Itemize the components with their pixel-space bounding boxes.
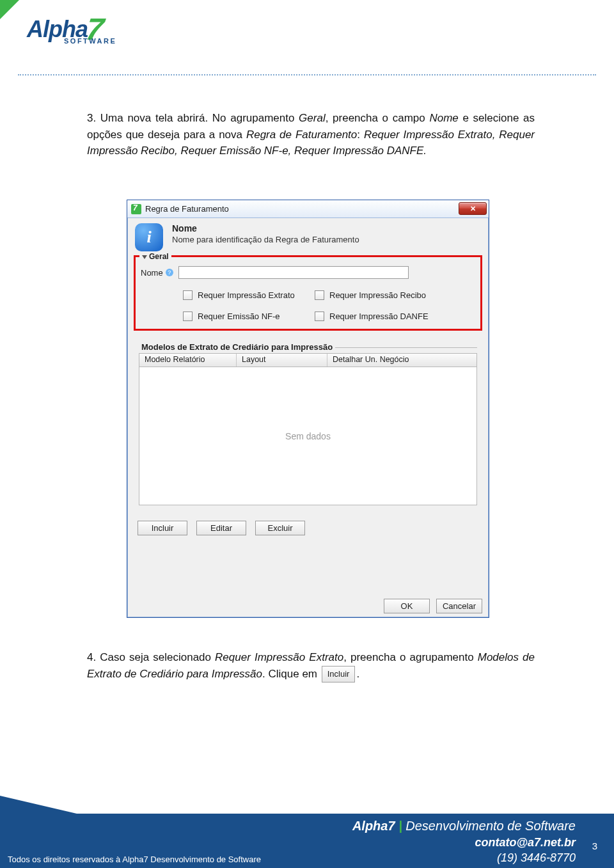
nome-input[interactable] xyxy=(178,266,409,279)
footer-copyright: Todos os direitos reservados à Alpha7 De… xyxy=(8,855,261,864)
info-description: Nome para identificação da Regra de Fatu… xyxy=(172,235,359,244)
close-button[interactable]: ✕ xyxy=(459,202,487,215)
dialog-title: Regra de Faturamento xyxy=(145,204,459,214)
footer-email: contato@a7.net.br xyxy=(352,835,576,850)
checkbox-requer-extrato[interactable]: Requer Impressão Extrato xyxy=(183,290,315,300)
step-3-text: 3. Uma nova tela abrirá. No agrupamento … xyxy=(87,110,535,159)
info-bar: Nome Nome para identificação da Regra de… xyxy=(135,223,482,251)
footer-company-line: Alpha7 | Desenvolvimento de Software xyxy=(352,817,576,835)
table-body-empty: Sem dados xyxy=(139,367,477,505)
checkbox-requer-danfe[interactable]: Requer Impressão DANFE xyxy=(315,312,470,321)
ok-button[interactable]: OK xyxy=(384,599,430,613)
inline-incluir-button: Incluir xyxy=(322,666,356,683)
nome-label: Nome? xyxy=(141,268,173,278)
excluir-button[interactable]: Excluir xyxy=(255,521,305,535)
group-geral: Geral Nome? Requer Impressão Extrato Req… xyxy=(134,255,482,331)
table-header: Modelo Relatório Layout Detalhar Un. Neg… xyxy=(139,353,477,367)
editar-button[interactable]: Editar xyxy=(196,521,246,535)
checkbox-requer-nfe[interactable]: Requer Emissão NF-e xyxy=(183,312,315,321)
footer-slash xyxy=(0,796,77,814)
group-geral-label: Geral xyxy=(139,252,171,261)
group-modelos-label: Modelos de Extrato de Crediário para Imp… xyxy=(139,342,335,352)
group-modelos: Modelos de Extrato de Crediário para Imp… xyxy=(134,340,482,512)
info-icon xyxy=(135,223,163,251)
footer-phone: (19) 3446-8770 xyxy=(352,850,576,865)
corner-decoration xyxy=(0,0,19,19)
cancel-button[interactable]: Cancelar xyxy=(436,599,482,613)
brand-subtitle: SOFTWARE xyxy=(64,37,116,45)
dialog-titlebar: Regra de Faturamento ✕ xyxy=(127,200,489,218)
page-number: 3 xyxy=(592,840,597,851)
column-modelo[interactable]: Modelo Relatório xyxy=(139,354,237,367)
info-title: Nome xyxy=(172,223,359,233)
app-icon xyxy=(131,204,141,214)
checkbox-requer-recibo[interactable]: Requer Impressão Recibo xyxy=(315,290,470,300)
incluir-button[interactable]: Incluir xyxy=(138,521,187,535)
column-layout[interactable]: Layout xyxy=(237,354,327,367)
page-footer: Todos os direitos reservados à Alpha7 De… xyxy=(0,814,614,868)
help-icon[interactable]: ? xyxy=(166,269,173,276)
step-4-text: 4. Caso seja selecionado Requer Impressã… xyxy=(87,649,535,683)
dialog-regra-faturamento: Regra de Faturamento ✕ Nome Nome para id… xyxy=(127,200,489,618)
column-detalhar[interactable]: Detalhar Un. Negócio xyxy=(327,354,476,367)
header-divider xyxy=(18,74,596,75)
